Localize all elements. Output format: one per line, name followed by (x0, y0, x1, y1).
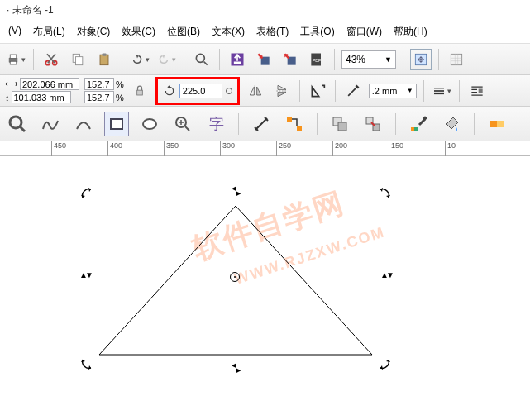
svg-rect-21 (111, 119, 122, 129)
skew-handle-right[interactable]: ▲▼ (380, 270, 394, 279)
chevron-down-icon: ▼ (407, 87, 413, 94)
export-button[interactable] (279, 49, 301, 70)
svg-rect-18 (136, 90, 142, 95)
zoom-select[interactable]: 43% ▼ (341, 50, 396, 69)
rotation-highlight (155, 77, 240, 105)
menu-bar: (V) 布局(L) 对象(C) 效果(C) 位图(B) 文本(X) 表格(T) … (0, 21, 530, 44)
horizontal-ruler: 450 400 350 300 250 200 150 10 (0, 141, 530, 156)
eyedropper-button[interactable] (406, 112, 431, 136)
svg-rect-25 (287, 117, 292, 122)
import-button[interactable] (253, 49, 275, 70)
svg-rect-32 (414, 127, 418, 131)
secondary-toolbar: 字 (0, 107, 530, 141)
menu-window[interactable]: 窗口(W) (341, 22, 387, 41)
rotation-input[interactable] (179, 84, 222, 98)
text-tool-button[interactable]: 字 (203, 112, 228, 136)
rotate-handle-tl[interactable] (79, 186, 98, 204)
menu-object[interactable]: 对象(C) (72, 22, 116, 41)
print-button[interactable]: ▾ (5, 49, 26, 70)
scale-x-input[interactable] (84, 78, 114, 90)
mirror-v-button[interactable] (271, 80, 293, 102)
percent-label2: % (116, 93, 124, 103)
scale-block: % % (84, 78, 124, 103)
skew-handle-left[interactable]: ▲▼ (79, 270, 93, 279)
zoom-tool-button[interactable] (5, 112, 30, 136)
zoom-value: 43% (346, 54, 365, 65)
svg-point-20 (10, 117, 21, 128)
chevron-down-icon: ▼ (384, 55, 392, 64)
svg-rect-28 (338, 122, 346, 131)
dimension-tool-button[interactable] (249, 112, 274, 136)
mirror-h-button[interactable] (245, 80, 266, 102)
svg-rect-19 (478, 88, 482, 93)
skew-handle-top[interactable]: ◄ ► (230, 186, 242, 196)
menu-help[interactable]: 帮助(H) (389, 22, 432, 41)
rotate-handle-br[interactable] (374, 353, 392, 371)
y-icon: ↕ (5, 93, 10, 103)
scale-y-input[interactable] (84, 91, 114, 103)
fullscreen-button[interactable] (410, 49, 432, 70)
x-input[interactable] (20, 78, 79, 90)
copy-button[interactable] (67, 49, 88, 70)
group-button[interactable] (327, 112, 352, 136)
cut-button[interactable] (41, 49, 62, 70)
zoom-in-button[interactable] (170, 112, 195, 136)
rotate-handle-bl[interactable] (79, 353, 98, 371)
outline-pen-button[interactable] (342, 80, 364, 102)
menu-effects[interactable]: 效果(C) (117, 22, 160, 41)
svg-text:PDF: PDF (313, 58, 321, 63)
redo-button[interactable]: ▾ (155, 49, 177, 70)
lock-ratio-button[interactable] (129, 80, 150, 102)
pdf-button[interactable]: PDF (306, 49, 327, 70)
svg-rect-31 (411, 127, 414, 131)
rotation-center-marker[interactable] (230, 272, 240, 282)
svg-point-9 (196, 54, 204, 62)
menu-tools[interactable]: 工具(O) (295, 22, 339, 41)
launch-button[interactable] (227, 49, 248, 70)
svg-text:字: 字 (209, 116, 224, 132)
rotate-handle-tr[interactable] (374, 186, 392, 204)
y-input[interactable] (12, 91, 71, 103)
svg-rect-34 (490, 121, 497, 127)
skew-handle-bottom[interactable]: ◄ ► (230, 363, 242, 373)
drawing-canvas[interactable]: 软件自学网 WWW.RJZXW.COM ◄ ► ◄ ► ▲▼ ▲▼ (0, 156, 530, 420)
menu-layout[interactable]: 布局(L) (28, 22, 70, 41)
svg-rect-2 (10, 61, 17, 64)
svg-rect-11 (234, 61, 241, 64)
paste-button[interactable] (93, 49, 115, 70)
connector-tool-button[interactable] (282, 112, 307, 136)
curve-tool-button[interactable] (71, 112, 96, 136)
svg-rect-8 (103, 53, 107, 55)
menu-bitmap[interactable]: 位图(B) (162, 22, 205, 41)
title-bar: · 未命名 -1 (0, 0, 530, 21)
rotate-icon (163, 84, 176, 98)
effects-button[interactable] (485, 112, 509, 136)
menu-table[interactable]: 表格(T) (251, 22, 294, 41)
ellipse-tool-button[interactable] (137, 112, 162, 136)
percent-label: % (116, 79, 124, 89)
search-button[interactable] (191, 49, 212, 70)
freehand-tool-button[interactable] (38, 112, 63, 136)
property-bar: ⟷ ↕ % % .2 mm ▼ ▾ (0, 75, 530, 107)
svg-point-22 (143, 119, 156, 129)
undo-button[interactable]: ▾ (129, 49, 150, 70)
svg-rect-35 (497, 121, 504, 127)
svg-rect-17 (451, 54, 461, 64)
rectangle-tool-button[interactable] (104, 112, 129, 136)
x-icon: ⟷ (5, 79, 18, 89)
degree-icon (226, 88, 232, 94)
fill-button[interactable] (439, 112, 464, 136)
svg-rect-7 (100, 55, 108, 65)
outline-width-select[interactable]: .2 mm ▼ (369, 84, 417, 98)
svg-rect-6 (76, 56, 83, 64)
menu-view[interactable]: (V) (3, 22, 26, 41)
pie-button[interactable] (307, 80, 328, 102)
position-block: ⟷ ↕ (5, 78, 79, 103)
menu-text[interactable]: 文本(X) (207, 22, 250, 41)
ungroup-button[interactable] (360, 112, 385, 136)
line-style-button[interactable]: ▾ (431, 80, 452, 102)
snap-button[interactable] (446, 49, 467, 70)
wrap-text-button[interactable] (466, 80, 488, 102)
svg-rect-26 (297, 126, 302, 131)
svg-rect-1 (10, 55, 17, 59)
